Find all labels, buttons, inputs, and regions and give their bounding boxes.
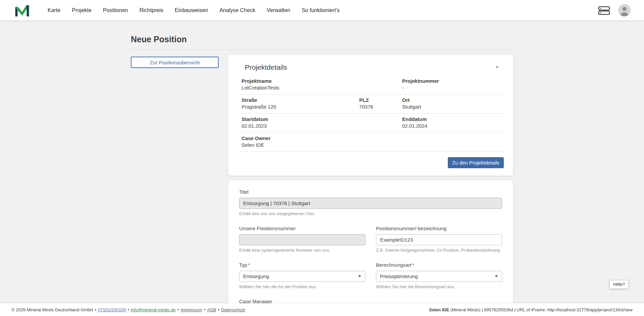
mineral-minds-logo[interactable] [15,3,30,17]
plz-value: 70376 [359,104,397,110]
back-to-positions-button[interactable]: Zur Positionsübersicht [131,57,219,68]
copyright-text: © 2025 Mineral Minds Deutschland GmbH [11,307,93,312]
required-asterisk: * [248,262,250,268]
main-content: Neue Position Zur Positionsübersicht Pro… [0,0,644,316]
strasse-value: Pragstraße 120 [241,104,355,110]
berechnungsart-label: Berechnungsart* [376,262,502,268]
impressum-link[interactable]: Impressum [180,307,202,312]
nav-item-so-funktionierts[interactable]: So funktioniert's [296,7,345,13]
separator: • [95,307,97,312]
logo-icon [15,4,30,17]
nav-item-einbauweisen[interactable]: Einbauweisen [169,7,214,13]
titel-hint: Erhält den von uns vorgegebenen Titel. [239,211,502,216]
main-nav: Karte Projekte Positionen Richtpreis Ein… [48,7,345,13]
case-owner-label: Case Owner [241,135,504,141]
phone-link[interactable]: 07151/250100 [98,307,126,312]
separator: • [127,307,129,312]
table-row: Startdatum 02.01.2023 Enddatum 02.01.202… [237,114,504,133]
page-title: Neue Position [131,35,513,44]
projektnummer-value: - [402,85,504,90]
new-position-form-card: Titel Erhält den von uns vorgegebenen Ti… [228,180,513,316]
footer-user: Selen IDE [429,307,449,312]
unsere-positionsnummer-input [239,234,365,245]
ort-label: Ort [402,97,504,103]
berechnungsart-hint: Wählen Sie hier die Berechnungsart aus. [376,284,502,289]
typ-select[interactable]: Entsorgung [239,271,365,282]
nav-item-analyse-check[interactable]: Analyse Check [214,7,261,13]
startdatum-label: Startdatum [241,116,397,122]
top-navbar: Karte Projekte Positionen Richtpreis Ein… [0,0,644,20]
footer-session-info: Selen IDE (Mineral Minds) | 69576255536d… [429,307,633,312]
positionsnummer-hint: Z.B. Interne-Vorgangsnummer, LV-Position… [376,248,502,253]
separator: • [218,307,220,312]
ort-value: Stuttgart [402,104,504,110]
navbar-right [598,4,631,16]
unsere-positionsnummer-hint: Erhält eine systemgenerierte Nummer von … [239,248,365,253]
table-row: Projektname LotCreationTests Projektnumm… [237,75,504,94]
typ-label: Typ* [239,262,365,268]
title-divider [131,50,513,50]
server-icon[interactable] [598,5,610,15]
enddatum-value: 02.01.2024 [402,123,504,129]
project-details-table: Projektname LotCreationTests Projektnumm… [237,75,504,152]
footer-session-text: (Mineral Minds) | 69576255536d | URL of … [449,307,633,312]
strasse-label: Straße [241,97,355,103]
unsere-positionsnummer-label: Unsere Positionsnummer [239,226,365,231]
datenschutz-link[interactable]: Datenschutz [221,307,245,312]
chevron-down-icon [358,275,361,277]
nav-item-verwalten[interactable]: Verwalten [261,7,296,13]
chevron-down-icon [495,275,498,277]
case-owner-value: Selen IDE [241,142,504,148]
table-row: Straße Pragstraße 120 PLZ 70376 Ort Stut… [237,94,504,114]
projektname-label: Projektname [241,78,397,84]
help-button[interactable]: Hilfe? [609,280,629,289]
nav-item-richtpreis[interactable]: Richtpreis [134,7,169,13]
positionsnummer-label: Positionsnummer/-bezeichnung [376,226,502,231]
nav-item-projekte[interactable]: Projekte [66,7,97,13]
footer: © 2025 Mineral Minds Deutschland GmbH • … [0,303,644,316]
titel-label: Titel [239,189,502,195]
collapse-panel-button[interactable]: - [494,63,500,69]
separator: • [177,307,179,312]
separator: • [204,307,206,312]
table-row: Case Owner Selen IDE [237,133,504,152]
project-details-title: Projektdetails [245,63,287,71]
plz-label: PLZ [359,97,397,103]
projektnummer-label: Projektnummer [402,78,504,84]
nav-item-positionen[interactable]: Positionen [97,7,134,13]
project-details-card: Projektdetails - Projektname LotCreation… [228,55,513,176]
user-avatar-icon[interactable] [618,4,631,16]
positionsnummer-input[interactable] [376,234,502,245]
berechnungsart-select[interactable]: Preisoptimierung [376,271,502,282]
nav-item-karte[interactable]: Karte [48,7,66,13]
projektname-value: LotCreationTests [241,85,397,90]
to-project-details-button[interactable]: Zu den Projektdetails [448,157,504,168]
titel-input [239,198,502,209]
required-asterisk: * [412,262,414,268]
agb-link[interactable]: AGB [207,307,216,312]
footer-left: © 2025 Mineral Minds Deutschland GmbH • … [11,307,246,312]
enddatum-label: Enddatum [402,116,504,122]
email-link[interactable]: info@mineral-minds.de [131,307,176,312]
typ-hint: Wählen Sie hier die Art der Position aus… [239,284,365,289]
startdatum-value: 02.01.2023 [241,123,397,129]
typ-select-value: Entsorgung [243,273,269,279]
berechnungsart-select-value: Preisoptimierung [380,273,418,279]
